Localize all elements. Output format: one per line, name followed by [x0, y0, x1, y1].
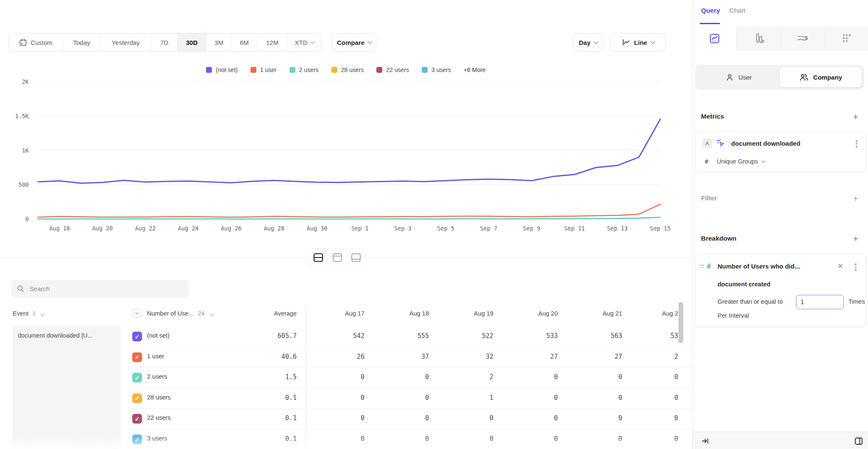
cell-value: 27 — [567, 353, 622, 360]
range-12m[interactable]: 12M — [257, 33, 288, 51]
line-chart[interactable]: 2K1.5K1K5000Aug 18Aug 20Aug 22Aug 24Aug … — [0, 59, 692, 241]
event-list-item[interactable]: document downloaded [U... — [13, 326, 121, 449]
search-input[interactable] — [30, 285, 183, 292]
range-30d[interactable]: 30D — [178, 33, 206, 51]
range-yesterday[interactable]: Yesterday — [100, 33, 151, 51]
chart-only-view-icon — [332, 253, 342, 262]
condition-label[interactable]: Greater than or equal to — [718, 298, 783, 305]
series-label: 28 users — [147, 394, 171, 401]
drag-handle-icon[interactable] — [699, 265, 704, 268]
select-all-checkbox[interactable]: − — [132, 308, 142, 318]
add-filter-button[interactable]: + — [851, 194, 860, 203]
range-7d[interactable]: 7D — [151, 33, 178, 51]
series-checkbox[interactable]: ✓ — [132, 435, 142, 444]
range-custom[interactable]: Custom — [9, 33, 63, 51]
scope-company-label: Company — [813, 74, 842, 81]
flow-chart-tab[interactable] — [780, 26, 824, 50]
range-3m[interactable]: 3M — [206, 33, 232, 51]
bar-chart-tab[interactable] — [736, 26, 780, 50]
tab-chart[interactable]: Chart — [729, 7, 746, 14]
aggregation-selector[interactable]: Unique Groups — [717, 158, 765, 165]
chart-type-strip — [693, 26, 868, 50]
add-metric-button[interactable]: + — [851, 112, 860, 122]
date-column-header[interactable]: Aug 19 — [438, 310, 493, 317]
chart-only-view-button[interactable] — [328, 249, 347, 266]
date-column-header[interactable]: Aug 20 — [503, 310, 558, 317]
metric-letter-badge: A — [702, 139, 712, 148]
chevron-down-icon — [210, 312, 214, 316]
date-column-header[interactable]: Aug 18 — [374, 310, 429, 317]
interval-label[interactable]: Per Interval — [718, 312, 749, 319]
series-checkbox[interactable]: ✓ — [132, 414, 142, 424]
breakdown-event-name[interactable]: document created — [718, 281, 771, 288]
table-only-view-button[interactable] — [346, 249, 365, 266]
cell-value: 0 — [567, 394, 622, 402]
average-value: 1.5 — [237, 373, 297, 381]
breakdown-card[interactable]: # Number of Users who did... ✕ document … — [695, 254, 866, 327]
toggle-sidebar-button[interactable] — [853, 435, 864, 446]
date-column-header[interactable]: Aug 17 — [309, 310, 364, 317]
date-column-header[interactable]: Aug 21 — [567, 310, 622, 317]
range-label: 12M — [266, 39, 278, 46]
date-column-header[interactable]: Aug 2 — [623, 310, 678, 317]
series-line--not-set-[interactable] — [38, 119, 660, 183]
range-today[interactable]: Today — [63, 33, 100, 51]
range-xtd[interactable]: XTD — [288, 33, 321, 51]
range-6m[interactable]: 6M — [232, 33, 257, 51]
metrics-heading: Metrics — [701, 113, 724, 120]
compare-button[interactable]: Compare — [332, 33, 376, 52]
collapse-panel-button[interactable] — [700, 436, 710, 446]
breakdown-hash-icon: # — [707, 263, 711, 270]
series-checkbox[interactable]: ✓ — [132, 394, 142, 403]
retention-grid-tab[interactable] — [824, 26, 868, 50]
close-icon[interactable]: ✕ — [837, 263, 843, 270]
cell-value: 0 — [503, 435, 558, 443]
series-count: 24 — [198, 310, 205, 317]
range-label: XTD — [295, 39, 308, 46]
chevron-down-icon — [594, 39, 598, 44]
cell-value: 0 — [374, 435, 429, 443]
metric-options-kebab-icon[interactable] — [854, 140, 860, 147]
cell-value: 0 — [438, 414, 493, 422]
condition-unit-label: Times — [849, 298, 865, 305]
average-value: 0.1 — [237, 435, 297, 443]
y-axis-tick-label: 0 — [25, 216, 29, 222]
series-checkbox[interactable]: ✓ — [132, 332, 142, 341]
series-label: 2 users — [147, 373, 167, 380]
x-axis-tick-label: Aug 26 — [221, 225, 242, 232]
layout-toggle-group — [309, 248, 366, 267]
cell-value: 542 — [309, 332, 364, 340]
series-line-1-user[interactable] — [38, 204, 660, 217]
insights-chart-tab[interactable] — [693, 26, 736, 50]
average-column-header[interactable]: Average — [237, 310, 297, 317]
tab-query[interactable]: Query — [701, 7, 720, 14]
range-label: Today — [73, 39, 90, 46]
cell-value: 0 — [309, 435, 364, 443]
metric-event-name[interactable]: document downloaded — [731, 140, 800, 147]
condition-value-input[interactable] — [796, 295, 844, 309]
panel-footer — [693, 432, 868, 449]
series-checkbox[interactable]: ✓ — [132, 373, 142, 382]
metric-card[interactable]: A document downloaded # Unique Groups — [695, 131, 866, 172]
split-view-button[interactable] — [309, 249, 328, 266]
table-row: ✓28 users0.1001000 — [127, 388, 692, 409]
x-axis-tick-label: Sep 3 — [394, 225, 412, 232]
series-label: (not set) — [147, 332, 170, 339]
add-breakdown-button[interactable]: + — [851, 234, 860, 244]
cell-value: 0 — [374, 394, 429, 402]
chart-type-button[interactable]: Line — [610, 33, 666, 52]
breakdown-title[interactable]: Number of Users who did... — [718, 263, 800, 270]
y-axis-tick-label: 2K — [22, 78, 29, 85]
series-column-header[interactable]: Number of Use... 24 — [147, 310, 214, 317]
event-column-header[interactable]: Event 1 — [13, 310, 44, 317]
series-checkbox[interactable]: ✓ — [132, 352, 142, 362]
table-scrollbar[interactable] — [679, 302, 683, 343]
breakdown-options-kebab-icon[interactable] — [853, 263, 859, 271]
x-axis-tick-label: Aug 30 — [307, 225, 328, 232]
scope-user[interactable]: User — [698, 67, 780, 87]
cell-value: 0 — [503, 414, 558, 422]
granularity-button[interactable]: Day — [573, 33, 604, 52]
scope-company[interactable]: Company — [780, 67, 862, 87]
cell-value: 53 — [623, 332, 678, 340]
cell-value: 522 — [438, 332, 493, 340]
